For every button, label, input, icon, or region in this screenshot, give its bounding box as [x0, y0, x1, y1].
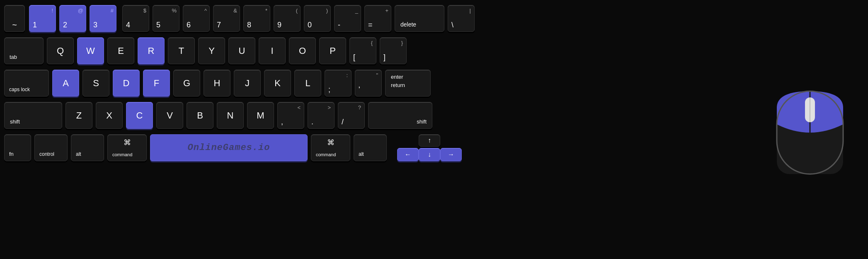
key-1-top: ! — [51, 7, 53, 14]
key-0-bottom: 0 — [308, 21, 312, 29]
key-5-top: % — [172, 7, 177, 14]
key-option-right[interactable]: alt — [354, 134, 387, 161]
key-arrow-left[interactable]: ← — [397, 148, 419, 161]
key-delete-label: delete — [397, 19, 419, 30]
key-g[interactable]: G — [173, 70, 200, 97]
key-7[interactable]: & 7 — [213, 5, 240, 32]
key-period[interactable]: > . — [308, 102, 335, 129]
key-control[interactable]: control — [34, 134, 68, 161]
key-backslash[interactable]: | \ — [448, 5, 475, 32]
key-j-label: J — [245, 78, 250, 89]
key-p-label: P — [330, 46, 336, 56]
key-minus[interactable]: _ - — [334, 5, 361, 32]
key-semicolon-bottom: ; — [328, 85, 330, 94]
arrow-up-icon: ↑ — [428, 137, 431, 144]
key-s[interactable]: S — [82, 70, 109, 97]
key-y[interactable]: Y — [198, 37, 225, 64]
key-option-left[interactable]: alt — [71, 134, 104, 161]
key-a[interactable]: A — [52, 70, 79, 97]
key-e[interactable]: E — [107, 37, 134, 64]
key-fn[interactable]: fn — [4, 134, 31, 161]
key-minus-top: _ — [355, 7, 358, 14]
key-x[interactable]: X — [96, 102, 123, 129]
key-slash[interactable]: ? / — [338, 102, 365, 129]
key-command-left-symbol: ⌘ — [124, 138, 131, 147]
key-0-top: ) — [326, 7, 328, 14]
key-delete[interactable]: delete — [395, 5, 444, 32]
key-equals-top: + — [385, 7, 388, 14]
key-return-label: return — [388, 82, 408, 88]
key-7-bottom: 7 — [217, 21, 221, 29]
key-c[interactable]: C — [126, 102, 153, 129]
key-p[interactable]: P — [319, 37, 346, 64]
key-bracket-close-top: } — [401, 40, 403, 46]
key-command-right[interactable]: ⌘ command — [311, 134, 350, 161]
key-tilde[interactable]: ~ — [4, 5, 25, 32]
key-2[interactable]: @ 2 — [59, 5, 86, 32]
key-2-bottom: 2 — [63, 21, 67, 29]
key-r[interactable]: R — [138, 37, 165, 64]
key-caps-lock[interactable]: caps lock — [4, 70, 49, 97]
key-bracket-open-top: { — [371, 40, 373, 46]
key-v-label: V — [167, 110, 173, 121]
key-5-bottom: 5 — [156, 21, 160, 29]
key-arrow-up[interactable]: ↑ — [419, 134, 440, 147]
key-arrow-right[interactable]: → — [440, 148, 462, 161]
key-semicolon[interactable]: : ; — [325, 70, 352, 97]
key-spacebar[interactable]: OnlineGames.io — [150, 134, 308, 161]
key-w-label: W — [86, 46, 95, 56]
key-h[interactable]: H — [204, 70, 230, 97]
key-quote[interactable]: " ' — [355, 70, 382, 97]
key-z[interactable]: Z — [65, 102, 92, 129]
key-5[interactable]: % 5 — [153, 5, 179, 32]
key-6[interactable]: ^ 6 — [183, 5, 210, 32]
key-o[interactable]: O — [289, 37, 316, 64]
key-f-label: F — [154, 78, 159, 89]
key-i[interactable]: I — [259, 37, 286, 64]
key-t[interactable]: T — [168, 37, 195, 64]
key-u[interactable]: U — [228, 37, 255, 64]
key-enter[interactable]: enter return — [385, 70, 431, 97]
key-comma-top: < — [297, 104, 301, 111]
key-i-label: I — [271, 46, 273, 56]
key-quote-top: " — [376, 72, 378, 78]
key-l[interactable]: L — [294, 70, 321, 97]
key-control-label: control — [37, 149, 57, 159]
key-n[interactable]: N — [217, 102, 244, 129]
key-w[interactable]: W — [77, 37, 104, 64]
arrow-left-icon: ← — [405, 151, 411, 158]
key-0[interactable]: ) 0 — [304, 5, 331, 32]
key-b[interactable]: B — [187, 102, 213, 129]
key-comma[interactable]: < , — [277, 102, 304, 129]
key-j[interactable]: J — [234, 70, 261, 97]
key-9-top: ( — [296, 7, 298, 14]
key-m[interactable]: M — [247, 102, 274, 129]
key-bracket-close[interactable]: } ] — [380, 37, 407, 64]
key-command-left[interactable]: ⌘ command — [107, 134, 147, 161]
key-4[interactable]: $ 4 — [122, 5, 149, 32]
key-g-label: G — [183, 78, 190, 89]
key-v[interactable]: V — [156, 102, 183, 129]
key-tab[interactable]: tab — [4, 37, 44, 64]
key-f[interactable]: F — [143, 70, 170, 97]
key-3[interactable]: # 3 — [90, 5, 116, 32]
key-bracket-close-bottom: ] — [383, 53, 386, 62]
key-1[interactable]: ! 1 — [29, 5, 56, 32]
key-8[interactable]: * 8 — [243, 5, 270, 32]
key-q[interactable]: Q — [47, 37, 74, 64]
key-bracket-open[interactable]: { [ — [349, 37, 376, 64]
key-2-top: @ — [78, 7, 83, 14]
key-command-right-label: command — [313, 150, 338, 159]
key-equals[interactable]: + = — [364, 5, 391, 32]
key-d[interactable]: D — [113, 70, 140, 97]
key-q-label: Q — [57, 46, 64, 56]
key-9[interactable]: ( 9 — [274, 5, 301, 32]
key-k[interactable]: K — [264, 70, 291, 97]
key-equals-bottom: = — [368, 21, 373, 29]
key-alt-right-label: alt — [356, 149, 366, 159]
key-arrow-down[interactable]: ↓ — [419, 148, 440, 161]
key-minus-bottom: - — [338, 21, 340, 29]
mouse-illustration — [769, 58, 851, 191]
key-shift-right[interactable]: shift — [368, 102, 432, 129]
key-shift-left[interactable]: shift — [4, 102, 62, 129]
